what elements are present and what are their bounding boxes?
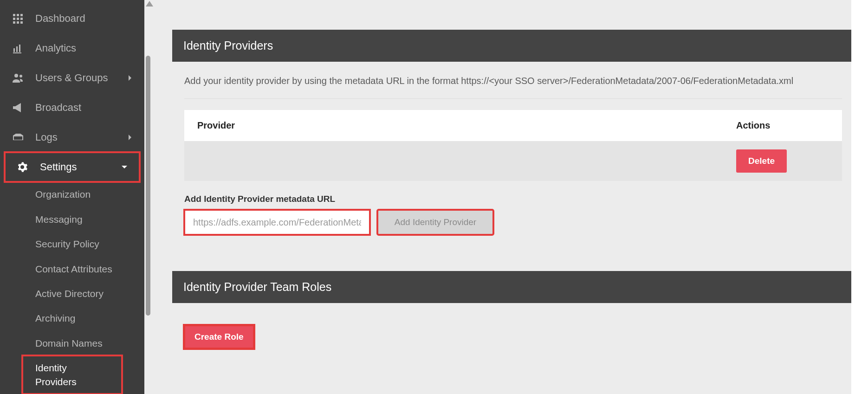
sidebar-item-users-groups[interactable]: Users & Groups	[0, 63, 144, 93]
sidebar-subitem-identity-providers[interactable]: Identity Providers	[22, 355, 122, 394]
collapse-arrow-icon[interactable]	[146, 1, 153, 6]
main-content: Identity Providers Add your identity pro…	[144, 0, 868, 394]
svg-rect-11	[19, 45, 20, 52]
delete-button[interactable]: Delete	[736, 149, 787, 173]
svg-rect-12	[13, 52, 21, 53]
chevron-right-icon	[128, 134, 132, 141]
sidebar-item-broadcast[interactable]: Broadcast	[0, 93, 144, 123]
sidebar-item-settings[interactable]: Settings	[5, 152, 140, 182]
panel-title: Identity Provider Team Roles	[172, 271, 854, 303]
svg-rect-7	[17, 21, 19, 24]
sidebar-item-label: Broadcast	[35, 102, 81, 114]
sidebar-subitem-archiving[interactable]: Archiving	[0, 306, 144, 330]
svg-rect-10	[16, 46, 18, 52]
sidebar-subitem-domain-names[interactable]: Domain Names	[0, 331, 144, 355]
svg-rect-15	[14, 136, 22, 140]
add-identity-provider-button[interactable]: Add Identity Provider	[377, 210, 493, 235]
gear-icon	[17, 161, 33, 173]
svg-rect-9	[13, 48, 15, 52]
create-role-highlight: Create Role	[184, 325, 254, 349]
team-roles-panel: Identity Provider Team Roles Create Role	[172, 271, 854, 367]
svg-rect-6	[13, 21, 15, 24]
panel-title: Identity Providers	[172, 30, 854, 62]
sidebar-item-label: Analytics	[35, 42, 76, 54]
sidebar-subitem-organization[interactable]: Organization	[0, 182, 144, 207]
svg-point-13	[14, 74, 18, 78]
sidebar-subitem-active-directory[interactable]: Active Directory	[0, 281, 144, 306]
sidebar-item-label: Dashboard	[35, 13, 85, 25]
table-row: Delete	[184, 141, 842, 181]
metadata-url-input[interactable]	[184, 210, 370, 235]
settings-submenu: Organization Messaging Security Policy C…	[0, 182, 144, 394]
create-role-button[interactable]: Create Role	[184, 325, 254, 349]
sidebar-subitem-security-policy[interactable]: Security Policy	[0, 232, 144, 256]
dashboard-icon	[12, 13, 29, 24]
svg-rect-1	[17, 14, 19, 16]
sidebar: Dashboard Analytics Users & Groups Broad…	[0, 0, 144, 394]
svg-point-14	[19, 75, 22, 78]
helper-text: Add your identity provider by using the …	[184, 76, 842, 99]
svg-rect-5	[20, 18, 23, 20]
sidebar-item-dashboard[interactable]: Dashboard	[0, 4, 144, 33]
broadcast-icon	[12, 102, 29, 113]
sidebar-item-logs[interactable]: Logs	[0, 123, 144, 152]
svg-rect-2	[20, 14, 23, 16]
sidebar-item-analytics[interactable]: Analytics	[0, 33, 144, 63]
table-header-row: Provider Actions	[184, 110, 842, 141]
column-header-provider: Provider	[197, 120, 736, 131]
right-edge	[851, 0, 868, 394]
analytics-icon	[12, 43, 29, 54]
sidebar-item-label: Settings	[40, 161, 77, 173]
logs-icon	[12, 133, 29, 142]
svg-rect-0	[13, 14, 15, 16]
add-idp-label: Add Identity Provider metadata URL	[184, 194, 842, 204]
svg-rect-3	[13, 18, 15, 20]
identity-providers-panel: Identity Providers Add your identity pro…	[172, 30, 854, 253]
sidebar-subitem-messaging[interactable]: Messaging	[0, 207, 144, 232]
svg-rect-4	[17, 18, 19, 20]
sidebar-item-label: Logs	[35, 131, 58, 143]
providers-table: Provider Actions Delete	[184, 110, 842, 181]
sidebar-subitem-contact-attributes[interactable]: Contact Attributes	[0, 257, 144, 281]
users-icon	[12, 72, 29, 84]
sidebar-item-label: Users & Groups	[35, 72, 108, 84]
scrollbar[interactable]	[146, 56, 150, 316]
chevron-right-icon	[128, 75, 132, 81]
column-header-actions: Actions	[736, 120, 829, 131]
svg-rect-8	[20, 21, 23, 24]
chevron-down-icon	[121, 165, 128, 169]
